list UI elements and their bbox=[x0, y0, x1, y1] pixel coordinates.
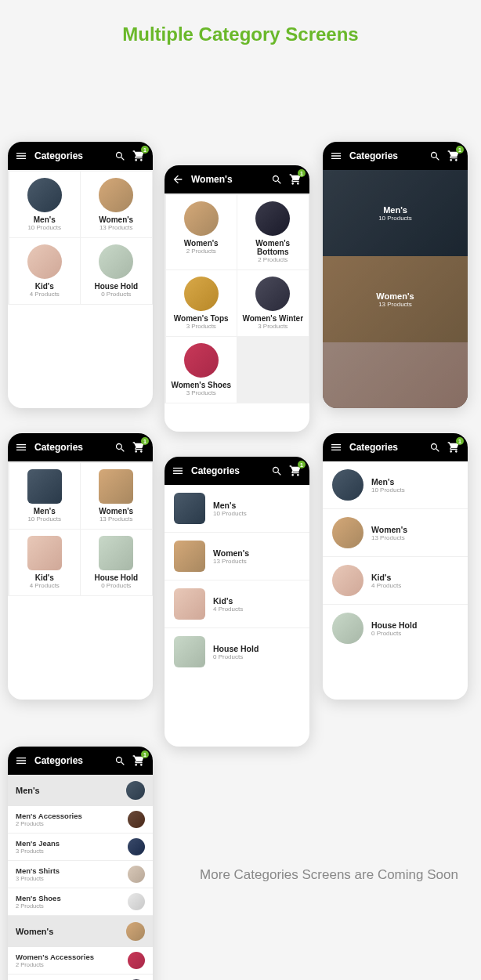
category-thumb bbox=[332, 565, 363, 596]
search-icon[interactable] bbox=[112, 148, 128, 164]
menu-icon[interactable] bbox=[14, 440, 28, 454]
topbar: Women's 1 bbox=[165, 165, 309, 193]
category-name: Men's Shoes bbox=[16, 894, 61, 902]
cart-icon[interactable]: 1 bbox=[288, 463, 303, 479]
category-name: Men's bbox=[213, 501, 300, 510]
category-banner-womens[interactable]: Women's13 Products bbox=[323, 256, 468, 342]
category-banner-mens[interactable]: Men's10 Products bbox=[323, 170, 468, 256]
category-name: Men's bbox=[383, 205, 407, 215]
list-item-womens[interactable]: Women's13 Products bbox=[165, 533, 309, 580]
search-icon[interactable] bbox=[269, 463, 284, 479]
cart-badge: 1 bbox=[141, 146, 149, 154]
category-name: Men's bbox=[13, 507, 78, 515]
menu-icon[interactable] bbox=[14, 149, 28, 163]
search-icon[interactable] bbox=[427, 439, 443, 455]
category-count: 13 Products bbox=[378, 301, 412, 308]
cart-icon[interactable]: 1 bbox=[131, 753, 146, 768]
topbar-title: Categories bbox=[349, 150, 424, 161]
category-banner-kids[interactable] bbox=[323, 342, 468, 408]
category-item-womens-bottoms[interactable]: Women's Bottoms2 Products bbox=[237, 195, 309, 269]
tree-item-mens-shirts[interactable]: Men's Shirts3 Products bbox=[8, 861, 153, 888]
category-item-mens[interactable]: Men's10 Products bbox=[9, 172, 81, 237]
category-count: 13 Products bbox=[84, 515, 149, 523]
category-thumb bbox=[27, 469, 62, 504]
tree-item-mens-shoes[interactable]: Men's Shoes2 Products bbox=[8, 888, 153, 916]
category-name: House Hold bbox=[371, 620, 458, 630]
category-name: Women's bbox=[84, 215, 149, 224]
search-icon[interactable] bbox=[427, 148, 443, 164]
topbar-title: Categories bbox=[349, 442, 424, 453]
category-name: Men's Jeans bbox=[16, 839, 60, 848]
category-thumb bbox=[174, 493, 205, 524]
coming-soon-text: More Categories Screens are Coming Soon bbox=[196, 864, 462, 885]
category-thumb bbox=[128, 952, 145, 969]
category-name: House Hold bbox=[84, 573, 149, 582]
tree-item-mens-accessories[interactable]: Men's Accessories2 Products bbox=[8, 806, 153, 834]
category-thumb bbox=[99, 244, 133, 279]
category-item-kids[interactable]: Kid's4 Products bbox=[9, 530, 81, 595]
list-item-mens[interactable]: Men's10 Products bbox=[323, 461, 468, 508]
phone-screen-women-subgrid: Women's 1 Women's2 Products Women's Bott… bbox=[165, 165, 309, 432]
tree-item-womens-bottoms[interactable]: Women's Bottoms2 Products bbox=[8, 975, 153, 980]
list-item-kids[interactable]: Kid's4 Products bbox=[323, 557, 468, 604]
category-thumb bbox=[174, 588, 205, 620]
category-name: Women's bbox=[371, 525, 458, 534]
cart-icon[interactable]: 1 bbox=[131, 148, 146, 164]
category-name: Women's Accessories bbox=[16, 953, 94, 961]
category-tree: Men's Men's Accessories2 Products Men's … bbox=[8, 775, 153, 980]
menu-icon[interactable] bbox=[329, 149, 343, 163]
category-item-mens[interactable]: Men's10 Products bbox=[9, 463, 81, 529]
category-list: Men's10 Products Women's13 Products Kid'… bbox=[323, 461, 468, 652]
category-count: 2 Products bbox=[169, 248, 234, 255]
list-item-household[interactable]: House Hold0 Products bbox=[323, 605, 468, 652]
category-thumb bbox=[332, 517, 363, 548]
category-count: 4 Products bbox=[213, 606, 300, 613]
phone-screen-banner: Categories 1 Men's10 Products Women's13 … bbox=[323, 142, 468, 408]
category-thumb bbox=[99, 469, 133, 504]
category-name: Kid's bbox=[13, 573, 78, 582]
category-count: 10 Products bbox=[213, 510, 300, 517]
category-name: House Hold bbox=[84, 282, 149, 291]
category-thumb bbox=[128, 866, 145, 883]
topbar: Categories 1 bbox=[8, 433, 153, 461]
cart-icon[interactable]: 1 bbox=[131, 439, 146, 455]
phone-screen-list-circle: Categories 1 Men's10 Products Women's13 … bbox=[323, 433, 468, 700]
category-thumb bbox=[255, 277, 290, 311]
category-name: Women's Shoes bbox=[169, 381, 234, 389]
topbar: Categories 1 bbox=[8, 747, 153, 775]
category-thumb bbox=[174, 636, 205, 667]
tree-item-womens-accessories[interactable]: Women's Accessories2 Products bbox=[8, 947, 153, 975]
category-item-womens-tops[interactable]: Women's Tops3 Products bbox=[166, 270, 237, 336]
cart-icon[interactable]: 1 bbox=[288, 172, 303, 187]
menu-icon[interactable] bbox=[14, 754, 28, 768]
category-item-household[interactable]: House Hold0 Products bbox=[81, 530, 152, 595]
category-name: Kid's bbox=[213, 596, 300, 606]
category-item-womens[interactable]: Women's13 Products bbox=[81, 172, 152, 237]
back-icon[interactable] bbox=[171, 172, 185, 186]
list-item-kids[interactable]: Kid's4 Products bbox=[165, 580, 309, 627]
category-item-womens[interactable]: Women's2 Products bbox=[166, 195, 237, 269]
category-item-womens-winter[interactable]: Women's Winter3 Products bbox=[237, 270, 309, 336]
search-icon[interactable] bbox=[112, 439, 128, 455]
cart-badge: 1 bbox=[298, 169, 306, 177]
tree-group-womens[interactable]: Women's bbox=[8, 916, 153, 947]
list-item-womens[interactable]: Women's13 Products bbox=[323, 509, 468, 556]
cart-icon[interactable]: 1 bbox=[446, 439, 461, 455]
category-item-womens-shoes[interactable]: Women's Shoes3 Products bbox=[166, 337, 237, 403]
tree-group-mens[interactable]: Men's bbox=[8, 775, 153, 806]
category-count: 10 Products bbox=[13, 515, 78, 523]
menu-icon[interactable] bbox=[329, 440, 343, 454]
category-count: 10 Products bbox=[371, 486, 458, 494]
list-item-household[interactable]: House Hold0 Products bbox=[165, 628, 309, 675]
category-item-kids[interactable]: Kid's4 Products bbox=[9, 238, 81, 304]
page-title: Multiple Category Screens bbox=[0, 0, 481, 65]
category-item-womens[interactable]: Women's13 Products bbox=[81, 463, 152, 529]
search-icon[interactable] bbox=[112, 753, 128, 768]
category-thumb bbox=[255, 201, 290, 236]
list-item-mens[interactable]: Men's10 Products bbox=[165, 485, 309, 532]
category-item-household[interactable]: House Hold0 Products bbox=[81, 238, 152, 304]
cart-icon[interactable]: 1 bbox=[446, 148, 461, 164]
tree-item-mens-jeans[interactable]: Men's Jeans3 Products bbox=[8, 834, 153, 861]
menu-icon[interactable] bbox=[171, 464, 185, 478]
search-icon[interactable] bbox=[269, 172, 284, 187]
